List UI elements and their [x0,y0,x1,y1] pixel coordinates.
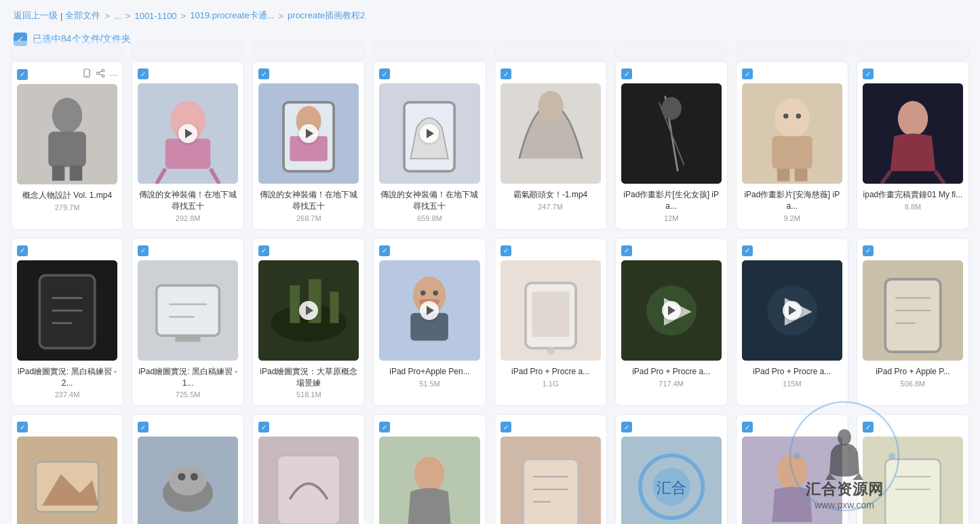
svg-point-2 [102,69,105,72]
breadcrumb-folder1[interactable]: 1019.procreate卡通... [190,9,274,22]
card-checkbox[interactable]: ✓ [17,69,28,80]
file-card-r1-1[interactable]: ✓···概念人物設計 Vol. 1.mp4279.7M [11,61,123,230]
play-button[interactable] [420,124,439,143]
partial-card-6[interactable] [615,41,728,61]
file-card-r2-4[interactable]: ✓iPad Pro+Apple Pen...51.5M [373,238,486,407]
card-header: ✓ [138,422,238,432]
card-checkbox[interactable]: ✓ [621,245,632,256]
file-card-r3-3[interactable]: ✓iPad Pro + Apple P... [252,414,365,524]
partial-card-4[interactable] [373,41,486,61]
card-checkbox[interactable]: ✓ [621,422,632,432]
card-checkbox[interactable]: ✓ [379,245,390,256]
file-card-r2-1[interactable]: ✓iPad繪圖實況: 黑白稿練習 - 2...237.4M [11,238,123,407]
card-checkbox[interactable]: ✓ [742,68,753,79]
breadcrumb-back[interactable]: 返回上一级 [14,9,58,22]
card-checkbox[interactable]: ✓ [379,68,390,79]
play-button[interactable] [178,124,197,143]
card-checkbox[interactable]: ✓ [742,245,753,256]
file-card-r3-2[interactable]: ✓iPad Pro + Apple P... [132,414,244,524]
card-checkbox[interactable]: ✓ [138,245,149,256]
file-card-r2-3[interactable]: ✓iPad繪圖實況：大草原概念場景練518.1M [252,238,365,407]
card-checkbox[interactable]: ✓ [501,422,511,432]
thumbnail [863,83,963,184]
svg-rect-31 [772,136,812,169]
partial-card-2[interactable] [132,41,244,61]
file-card-r2-5[interactable]: ✓iPad Pro + Procre a...1.1G [494,238,607,407]
file-size: 247.7M [538,203,563,211]
file-name: iPad繪圖實況: 黑白稿練習 - 2... [17,366,117,389]
card-checkbox[interactable]: ✓ [501,68,511,79]
card-checkbox[interactable]: ✓ [17,245,28,256]
svg-point-30 [775,98,810,138]
card-checkbox[interactable]: ✓ [258,68,269,79]
svg-rect-10 [52,165,65,180]
breadcrumb: 返回上一级 | 全部文件 > ... > 1001-1100 > 1019.pr… [0,0,980,27]
play-triangle-icon [789,306,796,315]
card-checkbox[interactable]: ✓ [621,68,632,79]
file-card-r1-4[interactable]: ✓傳說的女神裝備！在地下城尋找五十659.8M [373,61,486,230]
card-header: ✓ [501,422,601,432]
card-header: ✓ [258,422,359,432]
file-card-r2-8[interactable]: ✓iPad Pro + Apple P...506.8M [857,238,969,407]
card-checkbox[interactable]: ✓ [863,422,874,432]
partial-card-5[interactable] [494,41,607,61]
thumbnail [258,260,359,361]
file-card-r2-7[interactable]: ✓iPad Pro + Procre a...115M [736,238,848,407]
card-checkbox[interactable]: ✓ [501,245,511,256]
file-card-r2-6[interactable]: ✓iPad Pro + Procre a...717.4M [615,238,728,407]
thumbnail [258,437,359,524]
mobile-icon[interactable] [82,68,92,80]
card-checkbox[interactable]: ✓ [863,68,874,79]
svg-rect-54 [330,291,339,323]
play-button[interactable] [299,301,318,320]
partial-card-8[interactable] [857,41,969,61]
card-header: ✓ [138,68,238,79]
play-button[interactable] [299,124,318,143]
play-button[interactable] [420,301,439,320]
breadcrumb-all-files[interactable]: 全部文件 [65,9,100,22]
thumbnail [258,83,359,184]
card-checkbox[interactable]: ✓ [138,422,149,432]
grid-row-1: ✓···概念人物設計 Vol. 1.mp4279.7M✓傳說的女神裝備！在地下城… [11,61,969,230]
file-card-r1-6[interactable]: ✓iPad作畫影片[生化女孩] iPa...12M [615,61,728,230]
thumbnail [501,83,601,184]
breadcrumb-folder2[interactable]: procreate插画教程2 [288,9,365,22]
file-card-r3-1[interactable]: ✓iPad Pro + Apple P... [11,414,123,524]
card-checkbox[interactable]: ✓ [17,422,28,432]
file-card-r3-5[interactable]: ✓iPad Pro + Apple P... [494,414,607,524]
partial-card-3[interactable] [252,41,365,61]
svg-line-6 [99,74,102,75]
play-button[interactable] [662,301,681,320]
partial-card-7[interactable] [736,41,848,61]
card-checkbox[interactable]: ✓ [742,422,753,432]
file-card-r1-8[interactable]: ✓ipad作畫完稿賣鐘01 My fi...8.8M [857,61,969,230]
breadcrumb-ellipsis[interactable]: ... [114,11,121,21]
file-card-r1-5[interactable]: ✓霸氣顚頭女！-1.mp4247.7M [494,61,607,230]
card-checkbox[interactable]: ✓ [258,245,269,256]
file-card-r3-6[interactable]: ✓汇合iPad Pro + Apple P... [615,414,728,524]
card-header: ✓ [863,68,963,79]
thumbnail [501,437,601,524]
file-card-r3-4[interactable]: ✓iPad Pro + Apple P... [373,414,486,524]
thumbnail [379,83,479,184]
file-card-r1-3[interactable]: ✓傳說的女神裝備！在地下城尋找五十268.7M [252,61,365,230]
breadcrumb-range[interactable]: 1001-1100 [134,11,176,21]
card-checkbox[interactable]: ✓ [379,422,390,432]
file-card-r1-7[interactable]: ✓iPad作畫影片[安海慈薇] iPa...9.2M [736,61,848,230]
file-card-r3-8[interactable]: ✓iPad Pro + Apple P... [857,414,969,524]
file-card-r1-2[interactable]: ✓傳說的女神裝備！在地下城尋找五十292.8M [132,61,244,230]
card-checkbox[interactable]: ✓ [258,422,269,432]
file-card-r3-7[interactable]: ✓iPad Pro + Apple P... [736,414,848,524]
breadcrumb-sep1: | [60,11,62,21]
more-icon[interactable]: ··· [109,69,117,80]
card-header: ✓ [621,422,722,432]
partial-card-1[interactable] [11,41,123,61]
card-checkbox[interactable]: ✓ [863,245,874,256]
card-checkbox[interactable]: ✓ [138,68,149,79]
grid-row-top-partial [11,41,969,61]
file-card-r2-2[interactable]: ✓iPad繪圖實況: 黑白稿練習 - 1...725.5M [132,238,244,407]
play-button[interactable] [783,301,802,320]
thumbnail [621,260,722,361]
file-name: 霸氣顚頭女！-1.mp4 [513,189,587,201]
share-icon[interactable] [96,68,105,80]
